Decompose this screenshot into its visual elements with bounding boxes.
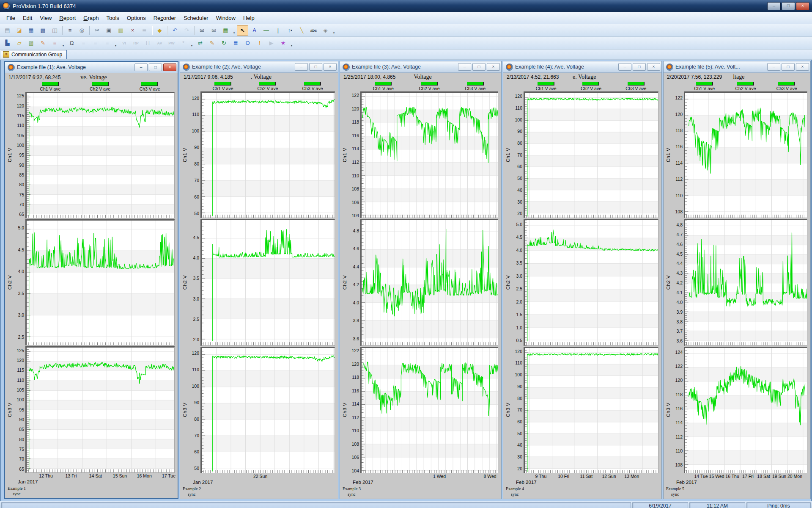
redo-icon[interactable]: ↷: [181, 25, 192, 36]
tool-h-icon[interactable]: H: [142, 38, 154, 48]
legend-item-ch1[interactable]: Ch1 V ave: [524, 81, 568, 91]
save-icon[interactable]: ▦: [25, 25, 37, 36]
delete-icon[interactable]: ×: [127, 25, 138, 36]
legend-item-ch3[interactable]: Ch3 V ave: [452, 81, 498, 91]
hline-tool-icon[interactable]: —: [261, 25, 272, 36]
menu-scheduler[interactable]: Scheduler: [180, 13, 212, 23]
undo-icon[interactable]: ↶: [169, 25, 181, 36]
anchor-tool-icon[interactable]: ◈: [320, 25, 331, 36]
child-maximize-button[interactable]: □: [633, 63, 646, 71]
plot-area-ch3[interactable]: [360, 347, 498, 473]
plot-area-ch3[interactable]: [200, 347, 335, 473]
plot-area-ch2[interactable]: [25, 219, 175, 346]
child-maximize-button[interactable]: □: [309, 63, 322, 71]
legend-item-ch1[interactable]: Ch1 V ave: [684, 81, 725, 91]
mail-receive-icon[interactable]: ✉: [196, 25, 208, 36]
tool-hand-icon[interactable]: *: [178, 38, 189, 48]
menu-help[interactable]: Help: [239, 13, 258, 23]
toolbar-overflow-chevron[interactable]: ▾: [332, 25, 336, 36]
plot-area-ch2[interactable]: [360, 219, 498, 345]
legend-item-ch1[interactable]: Ch1 V ave: [25, 82, 75, 92]
app-maximize-button[interactable]: □: [782, 2, 795, 10]
notes-icon[interactable]: ≣: [139, 25, 150, 36]
lock-icon[interactable]: Ω: [66, 38, 77, 48]
legend-item-ch2[interactable]: Ch2 V ave: [245, 81, 290, 91]
legend-item-ch2[interactable]: Ch2 V ave: [75, 82, 125, 92]
menu-options[interactable]: Options: [123, 13, 150, 23]
child-minimize-button[interactable]: –: [767, 63, 780, 71]
app-minimize-button[interactable]: –: [767, 2, 781, 10]
window-layout-icon[interactable]: ◫: [49, 25, 60, 36]
report-edit-icon[interactable]: ≡: [49, 38, 60, 48]
pencil-icon[interactable]: ✎: [37, 38, 49, 48]
plot-area-ch2[interactable]: [684, 219, 807, 345]
menu-recorder[interactable]: Recorder: [150, 13, 180, 23]
child-window-titlebar[interactable]: Example file (5): Ave. Volt...–□×: [664, 61, 810, 73]
align-right-icon[interactable]: ≡: [102, 38, 113, 48]
wizard-icon[interactable]: ★: [277, 38, 289, 48]
legend-item-ch3[interactable]: Ch3 V ave: [766, 81, 807, 91]
paste-icon[interactable]: ▥: [115, 25, 126, 36]
text-tool-icon[interactable]: abc: [308, 25, 319, 36]
page-edit-icon[interactable]: ✎: [206, 38, 218, 48]
play-icon[interactable]: ▶: [266, 38, 277, 48]
menu-file[interactable]: File: [3, 13, 19, 23]
legend-item-ch2[interactable]: Ch2 V ave: [725, 81, 766, 91]
child-close-button[interactable]: ×: [487, 63, 500, 71]
communication-group-tab[interactable]: ≋ Communication Group: [1, 50, 67, 59]
report-list-icon[interactable]: ≣: [230, 38, 241, 48]
legend-item-ch1[interactable]: Ch1 V ave: [360, 81, 406, 91]
mail-send-icon[interactable]: ✉: [208, 25, 219, 36]
app-titlebar[interactable]: ProVision 1.70 Build 6374 – □ ×: [0, 0, 812, 12]
child-minimize-button[interactable]: –: [458, 63, 471, 71]
child-maximize-button[interactable]: □: [149, 64, 162, 71]
new-report-icon[interactable]: ▤: [2, 25, 13, 36]
plot-area-ch1[interactable]: [25, 92, 175, 218]
menu-view[interactable]: View: [36, 13, 55, 23]
pointer-tool-icon[interactable]: ↖: [237, 25, 248, 36]
child-minimize-button[interactable]: –: [295, 63, 308, 71]
arrow-tool-icon[interactable]: ↑▾: [284, 25, 296, 36]
ruler-icon[interactable]: ▱: [14, 38, 25, 48]
save-all-icon[interactable]: ▩: [37, 25, 49, 36]
graph-save-icon[interactable]: ▙: [2, 38, 13, 48]
plot-area-ch1[interactable]: [524, 91, 658, 218]
tool-av-icon[interactable]: AV: [154, 38, 165, 48]
toolbar-overflow-chevron[interactable]: ▾: [113, 38, 118, 48]
vline-tool-icon[interactable]: |: [272, 25, 284, 36]
cut-icon[interactable]: ✂: [91, 25, 103, 36]
copy-icon[interactable]: ▣: [103, 25, 115, 36]
print-preview-icon[interactable]: ◎: [76, 25, 88, 36]
plot-area-ch2[interactable]: [524, 219, 658, 345]
diagonal-tool-icon[interactable]: ╲: [296, 25, 307, 36]
menu-graph[interactable]: Graph: [80, 13, 102, 23]
build-icon[interactable]: ◆: [154, 25, 165, 36]
child-window-titlebar[interactable]: Example file (3): Ave. Voltage–□×: [340, 61, 501, 73]
plot-area-ch3[interactable]: [524, 347, 658, 473]
plot-area-ch3[interactable]: [684, 347, 807, 473]
child-maximize-button[interactable]: □: [472, 63, 486, 71]
print-icon[interactable]: ≡: [64, 25, 76, 36]
graph-image-icon[interactable]: ▨: [25, 38, 37, 48]
child-minimize-button[interactable]: –: [134, 64, 148, 71]
legend-item-ch2[interactable]: Ch2 V ave: [568, 81, 613, 91]
toolbar-overflow-chevron[interactable]: ▾: [289, 38, 294, 48]
child-close-button[interactable]: ×: [647, 63, 660, 71]
font-tool-icon[interactable]: A: [249, 25, 260, 36]
legend-item-ch2[interactable]: Ch2 V ave: [406, 81, 453, 91]
plot-area-ch3[interactable]: [25, 346, 175, 473]
menu-edit[interactable]: Edit: [19, 13, 36, 23]
menu-tools[interactable]: Tools: [103, 13, 123, 23]
tool-rp-icon[interactable]: RP: [130, 38, 142, 48]
app-close-button[interactable]: ×: [796, 2, 809, 10]
align-center-icon[interactable]: ≡: [90, 38, 101, 48]
tool-pw-icon[interactable]: PW: [166, 38, 177, 48]
child-window-titlebar[interactable]: Example file (2): Ave. Voltage–□×: [180, 61, 338, 73]
schedule-sync-icon[interactable]: ▦: [220, 25, 231, 36]
legend-item-ch3[interactable]: Ch3 V ave: [614, 81, 658, 91]
align-left-icon[interactable]: ≡: [78, 38, 89, 48]
legend-item-ch3[interactable]: Ch3 V ave: [290, 81, 335, 91]
child-close-button[interactable]: ×: [324, 63, 337, 71]
toolbar-overflow-chevron[interactable]: ▾: [189, 38, 194, 48]
toolbar-overflow-chevron[interactable]: ▾: [61, 38, 66, 48]
